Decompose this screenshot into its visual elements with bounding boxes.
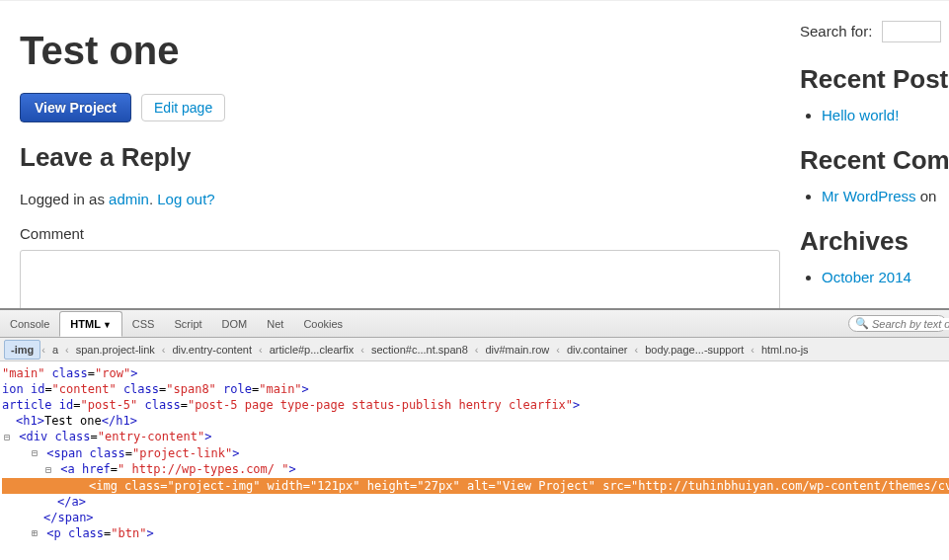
reply-heading: Leave a Reply	[20, 142, 780, 173]
comment-on-text: on	[916, 188, 937, 204]
search-label: Search for:	[800, 23, 872, 40]
recent-post-link[interactable]: Hello world!	[822, 107, 899, 123]
devtools-search-input[interactable]	[872, 318, 949, 330]
comment-textarea[interactable]	[20, 250, 780, 308]
breadcrumb[interactable]: a	[46, 341, 64, 359]
collapse-icon[interactable]: ⊟	[30, 445, 40, 461]
tab-console[interactable]: Console	[0, 312, 59, 336]
collapse-icon[interactable]: ⊟	[2, 430, 12, 445]
tab-cookies[interactable]: Cookies	[293, 312, 353, 336]
code-text: post-5	[88, 398, 130, 412]
button-row: View Project Edit page	[20, 93, 780, 122]
list-item: Hello world!	[822, 107, 949, 123]
code-text: btn	[119, 526, 140, 540]
tab-dom[interactable]: DOM	[212, 312, 258, 336]
collapse-icon[interactable]: ⊟	[43, 462, 53, 478]
list-item: October 2014	[822, 269, 949, 285]
code-text: span8	[173, 382, 208, 396]
code-text: main	[266, 382, 294, 396]
breadcrumb[interactable]: div.entry-content	[166, 341, 258, 359]
logout-link[interactable]: Log out?	[157, 191, 214, 207]
archives-heading: Archives	[800, 226, 949, 257]
code-text: post-5 page type-page status-publish hen…	[195, 398, 566, 412]
recent-comments-heading: Recent Comments	[800, 145, 949, 176]
breadcrumb[interactable]: span.project-link	[70, 341, 161, 359]
recent-posts-heading: Recent Posts	[800, 64, 949, 95]
devtools-tabbar: Console HTML▼ CSS Script DOM Net Cookies…	[0, 310, 949, 338]
recent-posts-list: Hello world!	[800, 107, 949, 123]
tab-script[interactable]: Script	[164, 312, 211, 336]
logged-user-link[interactable]: admin	[109, 191, 149, 207]
list-item: Mr WordPress on	[822, 188, 949, 204]
breadcrumb[interactable]: section#c...nt.span8	[365, 341, 474, 359]
comment-label: Comment	[20, 225, 780, 242]
devtools-panel: Console HTML▼ CSS Script DOM Net Cookies…	[0, 308, 949, 560]
view-project-button[interactable]: View Project	[20, 93, 131, 122]
comment-author-link[interactable]: Mr WordPress	[822, 188, 916, 204]
code-text: project-link	[139, 446, 225, 460]
recent-comments-list: Mr WordPress on	[800, 188, 949, 204]
highlighted-line[interactable]: <img class="project-img" width="121px" h…	[2, 478, 949, 494]
tab-net[interactable]: Net	[257, 312, 293, 336]
archives-list: October 2014	[800, 269, 949, 285]
chevron-down-icon: ▼	[103, 320, 112, 330]
code-text: content	[59, 382, 110, 396]
breadcrumb[interactable]: div.container	[561, 341, 634, 359]
tab-html-label: HTML	[70, 318, 101, 330]
search-row: Search for:	[800, 21, 949, 42]
tab-css[interactable]: CSS	[122, 312, 165, 336]
logged-prefix: Logged in as	[20, 191, 109, 207]
page-title: Test one	[20, 29, 780, 73]
breadcrumb[interactable]: body.page...-support	[639, 341, 750, 359]
main-column: Test one View Project Edit page Leave a …	[0, 1, 790, 308]
search-input[interactable]	[882, 21, 941, 42]
code-panel[interactable]: "main" class="row"> ion id="content" cla…	[0, 361, 949, 560]
breadcrumb-bar: -img ‹ a ‹ span.project-link ‹ div.entry…	[0, 338, 949, 361]
breadcrumb[interactable]: article#p...clearfix	[264, 341, 360, 359]
code-text: Test one	[44, 414, 102, 428]
sidebar: Search for: Recent Posts Hello world! Re…	[790, 1, 949, 308]
breadcrumb[interactable]: div#main.row	[479, 341, 555, 359]
edit-page-button[interactable]: Edit page	[141, 94, 225, 121]
devtools-search[interactable]: 🔍	[848, 315, 947, 332]
archive-link[interactable]: October 2014	[822, 269, 911, 285]
logged-in-line: Logged in as admin. Log out?	[20, 191, 780, 207]
code-text: row	[102, 366, 123, 380]
page-viewport: Test one View Project Edit page Leave a …	[0, 0, 949, 308]
expand-icon[interactable]: ⊞	[30, 525, 40, 541]
code-text: entry-content	[105, 430, 198, 443]
breadcrumb[interactable]: html.no-js	[755, 341, 815, 359]
code-text: http://wp-types.com/	[124, 462, 281, 476]
breadcrumb[interactable]: -img	[4, 340, 40, 360]
code-text: main	[9, 366, 38, 380]
tab-html[interactable]: HTML▼	[59, 311, 121, 337]
search-icon: 🔍	[855, 317, 869, 330]
